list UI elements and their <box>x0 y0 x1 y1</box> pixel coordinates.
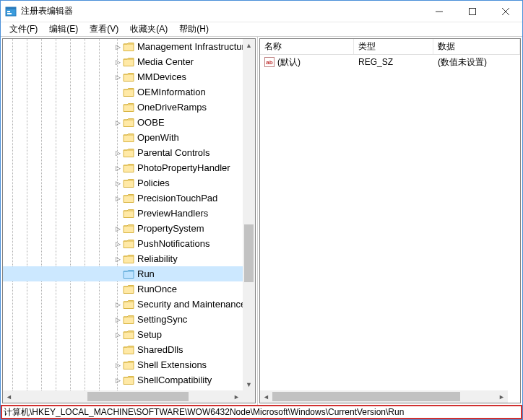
tree-item[interactable]: ▷Security and Maintenance <box>3 297 243 312</box>
folder-icon <box>123 254 134 264</box>
scroll-right-icon[interactable]: ► <box>230 390 243 403</box>
tree-item-label: Policies <box>137 178 170 188</box>
tree-item[interactable]: ▷Setup <box>3 327 243 342</box>
string-value-icon: ab <box>264 57 275 67</box>
scroll-track-v[interactable] <box>243 51 255 378</box>
chevron-right-icon[interactable]: ▷ <box>113 331 123 338</box>
chevron-right-icon[interactable]: ▷ <box>113 301 123 308</box>
tree-item-label: Setup <box>137 329 162 340</box>
tree-item[interactable]: ▷PropertySystem <box>3 221 243 236</box>
folder-icon <box>123 345 134 355</box>
tree-list[interactable]: ▷Management Infrastructure▷Media Center▷… <box>3 39 243 390</box>
chevron-right-icon[interactable]: ▷ <box>113 225 123 232</box>
tree-item[interactable]: OneDriveRamps <box>3 100 243 115</box>
folder-icon <box>123 193 134 204</box>
tree-item[interactable]: ▷ShellCompatibility <box>3 372 243 388</box>
minimize-button[interactable] <box>423 1 456 22</box>
tree-item-label: OpenWith <box>137 132 179 143</box>
menu-favorites[interactable]: 收藏夹(A) <box>124 22 173 37</box>
chevron-right-icon[interactable]: ▷ <box>113 149 123 157</box>
scroll-down-icon[interactable]: ▼ <box>243 378 255 390</box>
tree-item[interactable]: ▷Policies <box>3 175 243 191</box>
col-data[interactable]: 数据 <box>433 39 520 54</box>
folder-icon <box>123 299 134 310</box>
chevron-right-icon[interactable]: ▷ <box>113 180 123 187</box>
scroll-thumb-h[interactable] <box>272 392 460 401</box>
tree-item-label: Reliability <box>137 253 178 264</box>
list-row[interactable]: ab(默认)REG_SZ(数值未设置) <box>260 55 520 69</box>
chevron-right-icon[interactable]: ▷ <box>113 195 123 202</box>
list-header[interactable]: 名称 类型 数据 <box>260 39 520 55</box>
tree-item[interactable]: ▷OOBE <box>3 115 243 130</box>
chevron-right-icon[interactable]: ▷ <box>113 362 123 369</box>
tree-item[interactable]: SharedDlls <box>3 342 243 357</box>
chevron-right-icon[interactable]: ▷ <box>113 240 123 248</box>
close-button[interactable] <box>489 1 522 22</box>
tree-item[interactable]: ▷Shell Extensions <box>3 357 243 372</box>
folder-icon <box>123 118 134 128</box>
chevron-right-icon[interactable]: ▷ <box>113 377 123 384</box>
menu-file[interactable]: 文件(F) <box>4 22 43 37</box>
folder-icon <box>123 72 134 82</box>
chevron-right-icon[interactable]: ▷ <box>113 58 123 66</box>
tree-item[interactable]: ▷PhotoPropertyHandler <box>3 160 243 175</box>
scroll-track-h[interactable] <box>15 390 230 403</box>
list-scrollbar-horizontal[interactable]: ◄ ► <box>260 390 508 403</box>
scroll-up-icon[interactable]: ▲ <box>243 39 255 51</box>
maximize-button[interactable] <box>456 1 489 22</box>
list-body[interactable]: ab(默认)REG_SZ(数值未设置) <box>260 55 520 390</box>
tree-item[interactable]: ▷Media Center <box>3 54 243 69</box>
col-name[interactable]: 名称 <box>260 39 354 54</box>
tree-item[interactable]: ▷Reliability <box>3 251 243 266</box>
cell-name: ab(默认) <box>260 56 354 69</box>
scroll-left-icon[interactable]: ◄ <box>260 390 272 403</box>
chevron-right-icon[interactable]: ▷ <box>113 165 123 172</box>
svg-rect-3 <box>7 13 12 14</box>
scroll-track-h[interactable] <box>272 390 496 403</box>
tree-item[interactable]: OEMInformation <box>3 84 243 100</box>
folder-icon <box>123 57 134 67</box>
statusbar: 计算机\HKEY_LOCAL_MACHINE\SOFTWARE\WOW6432N… <box>1 405 522 419</box>
tree-item[interactable]: ▷PrecisionTouchPad <box>3 191 243 206</box>
tree-scrollbar-vertical[interactable]: ▲ ▼ <box>243 39 255 390</box>
folder-icon <box>123 239 134 249</box>
folder-icon <box>123 87 134 97</box>
scroll-left-icon[interactable]: ◄ <box>3 390 15 403</box>
chevron-right-icon[interactable]: ▷ <box>113 255 123 263</box>
tree-item-label: OOBE <box>137 117 165 128</box>
menu-view[interactable]: 查看(V) <box>84 22 124 37</box>
folder-icon <box>123 133 134 143</box>
chevron-right-icon[interactable]: ▷ <box>113 43 123 51</box>
scroll-right-icon[interactable]: ► <box>496 390 508 403</box>
tree-item[interactable]: OpenWith <box>3 130 243 145</box>
col-type[interactable]: 类型 <box>354 39 433 54</box>
menu-edit[interactable]: 编辑(E) <box>43 22 84 37</box>
folder-icon <box>123 178 134 188</box>
tree-item[interactable]: ▷Management Infrastructure <box>3 39 243 54</box>
body: ▷Management Infrastructure▷Media Center▷… <box>1 37 522 405</box>
chevron-right-icon[interactable]: ▷ <box>113 74 123 81</box>
folder-icon <box>123 315 134 325</box>
tree-item-label: PhotoPropertyHandler <box>137 162 230 173</box>
tree-item-label: PreviewHandlers <box>137 208 208 219</box>
tree-item[interactable]: ▷MMDevices <box>3 69 243 84</box>
tree-item[interactable]: PreviewHandlers <box>3 206 243 221</box>
tree-pane: ▷Management Infrastructure▷Media Center▷… <box>1 37 258 405</box>
svg-rect-1 <box>6 7 16 9</box>
scroll-thumb-h[interactable] <box>87 392 189 401</box>
chevron-right-icon[interactable]: ▷ <box>113 119 123 126</box>
cell-type: REG_SZ <box>354 57 433 67</box>
scroll-thumb-v[interactable] <box>244 224 254 282</box>
chevron-right-icon[interactable]: ▷ <box>113 316 123 323</box>
tree-item[interactable]: Run <box>3 266 243 281</box>
tree-item[interactable]: ▷SettingSync <box>3 312 243 327</box>
folder-icon <box>123 148 134 158</box>
folder-icon <box>123 330 134 340</box>
menu-help[interactable]: 帮助(H) <box>173 22 215 37</box>
tree-item[interactable]: ▷PushNotifications <box>3 236 243 251</box>
tree-item-label: Run <box>137 268 155 279</box>
tree-item[interactable]: RunOnce <box>3 281 243 297</box>
tree-scrollbar-horizontal[interactable]: ◄ ► <box>3 390 243 403</box>
folder-icon <box>123 375 134 385</box>
tree-item[interactable]: ▷Parental Controls <box>3 145 243 160</box>
